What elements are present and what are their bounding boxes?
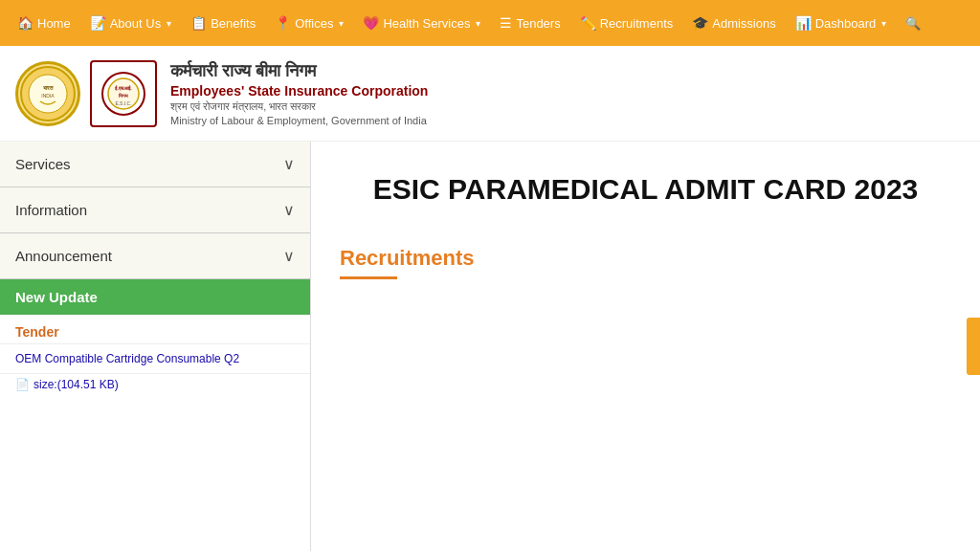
admissions-icon: 🎓 xyxy=(692,15,708,31)
svg-text:E.S.I.C.: E.S.I.C. xyxy=(115,100,131,106)
main-content: ESIC PARAMEDICAL ADMIT CARD 2023 Recruit… xyxy=(311,142,980,551)
tender-pdf-row: 📄 size:(104.51 KB) xyxy=(0,374,310,399)
chevron-down-icon: ∨ xyxy=(283,201,295,219)
home-icon: 🏠 xyxy=(17,15,33,31)
national-emblem: भारत INDIA xyxy=(15,61,80,126)
benefits-icon: 📋 xyxy=(190,15,207,31)
accordion-announcement: Announcement ∨ xyxy=(0,233,310,279)
tender-item[interactable]: OEM Compatible Cartridge Consumable Q2 xyxy=(0,344,310,374)
chevron-down-icon: ▾ xyxy=(881,18,886,29)
main-layout: Services ∨ Information ∨ Announcement ∨ … xyxy=(0,142,980,551)
org-english-name: Employees' State Insurance Corporation xyxy=(170,83,428,99)
accordion-information: Information ∨ xyxy=(0,187,310,233)
services-label: Services xyxy=(15,156,71,172)
tender-section-label: Tender xyxy=(0,315,310,344)
header-text-block: कर्मचारी राज्य बीमा निगम Employees' Stat… xyxy=(170,61,428,126)
nav-admissions[interactable]: 🎓 Admissions xyxy=(682,0,785,46)
svg-text:निगम: निगम xyxy=(118,93,128,99)
tenders-icon: ☰ xyxy=(500,15,512,31)
site-header: भारत INDIA ई.एस.आई. निगम E.S.I.C. कर्मचा… xyxy=(0,46,980,142)
accordion-services-header[interactable]: Services ∨ xyxy=(0,142,310,187)
chevron-down-icon: ∨ xyxy=(283,247,295,265)
announcement-label: Announcement xyxy=(15,248,112,264)
information-label: Information xyxy=(15,202,87,218)
scroll-indicator[interactable] xyxy=(967,318,980,375)
nav-offices[interactable]: 📍 Offices ▾ xyxy=(265,0,353,46)
section-underline xyxy=(340,276,397,279)
recruitments-label: Recruitments xyxy=(340,246,951,271)
new-update-label: New Update xyxy=(15,289,98,305)
health-icon: 💗 xyxy=(363,15,379,31)
nav-about-us[interactable]: 📝 About Us ▾ xyxy=(80,0,181,46)
svg-text:ई.एस.आई.: ई.एस.आई. xyxy=(114,85,132,91)
ministry-english: Ministry of Labour & Employment, Governm… xyxy=(170,115,428,126)
nav-health-services[interactable]: 💗 Health Services ▾ xyxy=(353,0,490,46)
about-icon: 📝 xyxy=(90,15,106,31)
nav-dashboard[interactable]: 📊 Dashboard ▾ xyxy=(786,0,897,46)
accordion-announcement-header[interactable]: Announcement ∨ xyxy=(0,233,310,278)
ministry-hindi: श्रम एवं रोजगार मंत्रालय, भारत सरकार xyxy=(170,100,428,113)
recruitments-icon: ✏️ xyxy=(580,15,596,31)
pdf-icon: 📄 xyxy=(15,378,30,391)
accordion-services: Services ∨ xyxy=(0,142,310,187)
offices-icon: 📍 xyxy=(275,15,291,31)
esic-logo-box: ई.एस.आई. निगम E.S.I.C. xyxy=(90,60,157,127)
tender-pdf-size: size:(104.51 KB) xyxy=(33,378,119,391)
nav-benefits[interactable]: 📋 Benefits xyxy=(181,0,265,46)
new-update-box: New Update xyxy=(0,279,310,315)
nav-tenders[interactable]: ☰ Tenders xyxy=(490,0,569,46)
page-title: ESIC PARAMEDICAL ADMIT CARD 2023 xyxy=(340,170,951,208)
nav-home[interactable]: 🏠 Home xyxy=(8,0,80,46)
search-icon: 🔍 xyxy=(905,16,921,31)
tender-item-text: OEM Compatible Cartridge Consumable Q2 xyxy=(15,352,239,365)
chevron-down-icon: ▾ xyxy=(167,18,171,29)
tender-label: Tender xyxy=(15,324,59,340)
nav-recruitments[interactable]: ✏️ Recruitments xyxy=(570,0,683,46)
chevron-down-icon: ∨ xyxy=(283,155,295,173)
svg-text:भारत: भारत xyxy=(43,85,54,91)
dashboard-icon: 📊 xyxy=(795,15,812,31)
svg-text:INDIA: INDIA xyxy=(41,93,55,99)
chevron-down-icon: ▾ xyxy=(339,18,344,29)
sidebar: Services ∨ Information ∨ Announcement ∨ … xyxy=(0,142,311,551)
nav-search[interactable]: 🔍 xyxy=(896,0,930,46)
navbar: 🏠 Home 📝 About Us ▾ 📋 Benefits 📍 Offices… xyxy=(0,0,980,46)
chevron-down-icon: ▾ xyxy=(476,18,480,29)
accordion-information-header[interactable]: Information ∨ xyxy=(0,187,310,232)
org-hindi-name: कर्मचारी राज्य बीमा निगम xyxy=(170,61,428,81)
